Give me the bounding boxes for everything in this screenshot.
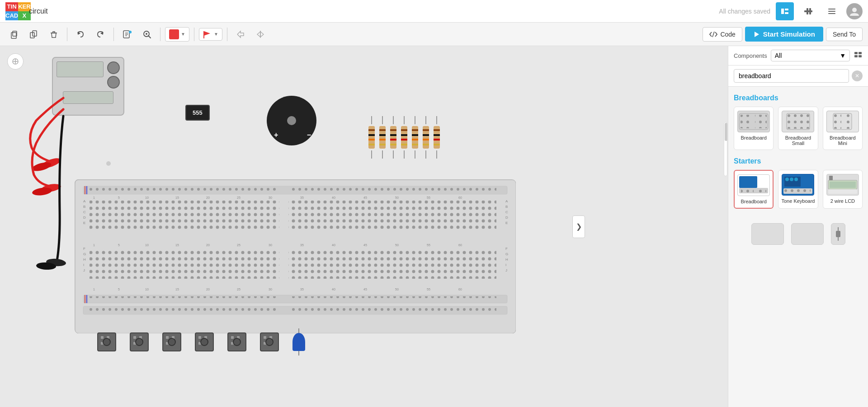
flag-selector[interactable]: ▼ (199, 28, 222, 41)
mirror-btn[interactable] (252, 26, 269, 43)
duplicate-btn[interactable] (25, 26, 42, 43)
svg-point-39 (32, 187, 52, 196)
buzzer-minus-terminal: − (307, 131, 311, 139)
multimeter-knob-1 (107, 61, 120, 74)
list-view-toggle[interactable] (854, 50, 863, 61)
svg-rect-151 (829, 176, 833, 180)
lcd-label: 2 wire LCD (830, 198, 855, 204)
multimeter-screens (57, 61, 120, 89)
svg-rect-147 (797, 189, 811, 193)
svg-text:A: A (83, 199, 86, 203)
svg-rect-1 (781, 9, 784, 14)
notes-btn[interactable]: ! (118, 26, 136, 43)
small-component-icon (835, 227, 842, 241)
component-card-breadboard[interactable]: Breadboard (734, 107, 774, 150)
panel-scroll[interactable]: Breadboards Breadboard (728, 87, 868, 407)
svg-text:H: H (505, 257, 508, 262)
main-area: 555 + − (0, 46, 868, 407)
resistors-group (368, 116, 440, 159)
svg-point-24 (146, 33, 147, 35)
resistor-6 (423, 116, 429, 159)
starter-placeholder-3 (831, 223, 845, 245)
svg-text:10: 10 (145, 243, 149, 247)
svg-rect-3 (785, 12, 788, 14)
svg-text:45: 45 (363, 288, 367, 291)
schematic-view-btn[interactable] (799, 2, 817, 20)
redo-icon (96, 30, 105, 39)
project-name[interactable]: circuit (29, 7, 713, 15)
svg-rect-150 (828, 189, 857, 194)
flip-icon (236, 29, 245, 39)
tone-kb-svg (783, 175, 813, 195)
starters-heading: Starters (734, 157, 863, 165)
resistor-3 (390, 116, 396, 159)
panel-header: Components All ▼ (728, 46, 868, 65)
send-to-btn[interactable]: Send To (826, 28, 863, 41)
resistor-2 (379, 116, 386, 159)
carousel-next-arrow[interactable]: ❯ (572, 215, 585, 238)
svg-rect-128 (741, 115, 752, 128)
inspect-btn[interactable] (138, 26, 156, 43)
component-card-2wire-lcd[interactable]: 2 wire LCD (823, 170, 863, 209)
delete-btn[interactable] (45, 26, 62, 43)
notes-icon: ! (122, 29, 132, 39)
svg-text:30: 30 (269, 196, 272, 199)
search-clear-btn[interactable]: ✕ (852, 70, 863, 81)
inspect-icon (142, 29, 152, 39)
svg-text:25: 25 (237, 196, 241, 199)
zoom-icon (11, 57, 19, 65)
dropdown-arrow-icon: ▼ (840, 52, 846, 59)
tinkercad-logo[interactable]: TIN KER CAD X (5, 2, 24, 20)
svg-point-41 (36, 262, 57, 270)
svg-text:30: 30 (269, 288, 272, 291)
buzzer-plus-terminal: + (274, 131, 278, 139)
svg-text:E: E (83, 221, 85, 225)
svg-rect-131 (788, 114, 797, 129)
undo-icon (76, 30, 85, 39)
color-selector[interactable]: ▼ (165, 27, 189, 42)
svg-text:60: 60 (458, 243, 462, 247)
zoom-fit-btn[interactable] (7, 53, 24, 70)
svg-text:1: 1 (93, 243, 95, 247)
component-card-breadboard-mini[interactable]: Breadboard Mini (823, 107, 863, 150)
svg-rect-112 (90, 296, 279, 301)
svg-marker-26 (204, 31, 210, 36)
logo-tin: TIN (5, 2, 18, 11)
start-simulation-btn[interactable]: Start Simulation (745, 27, 823, 42)
component-card-starter-breadboard[interactable]: Breadboard (734, 170, 774, 209)
svg-text:G: G (83, 252, 86, 256)
svg-marker-32 (755, 32, 759, 37)
breadboards-grid: Breadboard Breadboard Small (734, 107, 863, 150)
svg-text:45: 45 (363, 196, 367, 199)
circuit-view-btn[interactable] (776, 2, 794, 20)
multimeter-body (52, 57, 124, 116)
component-card-breadboard-small[interactable]: Breadboard Small (778, 107, 818, 150)
svg-text:J: J (505, 268, 507, 272)
lcd-thumbnail (826, 174, 859, 196)
svg-marker-30 (260, 32, 264, 37)
svg-text:40: 40 (332, 288, 335, 291)
svg-point-42 (106, 161, 111, 166)
list-view-btn[interactable] (823, 2, 841, 20)
svg-rect-66 (90, 201, 279, 231)
svg-rect-2 (785, 9, 788, 10)
toolbar-separator-2 (113, 28, 114, 41)
components-filter-dropdown[interactable]: All ▼ (771, 50, 850, 61)
undo-btn[interactable] (72, 26, 89, 43)
svg-text:15: 15 (175, 196, 179, 199)
redo-btn[interactable] (92, 26, 109, 43)
buzzer-center (287, 116, 296, 125)
svg-text:D: D (505, 215, 508, 220)
component-card-tone-keyboard[interactable]: Tone Keyboard (778, 170, 818, 209)
copy-btn[interactable] (5, 26, 23, 43)
search-input[interactable] (734, 69, 849, 83)
svg-rect-124 (859, 52, 862, 54)
avatar[interactable] (846, 3, 863, 19)
breadboard-mini-label: Breadboard Mini (825, 135, 860, 146)
flip-btn[interactable] (232, 26, 249, 43)
svg-text:60: 60 (458, 288, 462, 291)
canvas[interactable]: 555 + − (0, 46, 728, 407)
play-icon (753, 31, 760, 38)
code-btn[interactable]: Code (703, 27, 742, 42)
toolbar-separator-5 (227, 28, 227, 41)
